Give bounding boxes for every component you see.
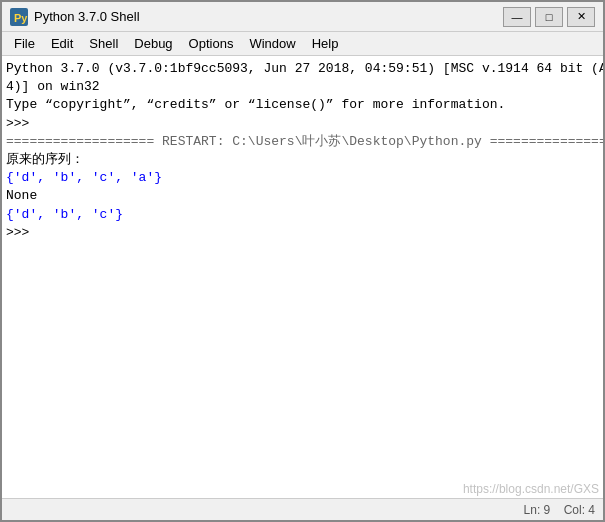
col-number: Col: 4 [564, 503, 595, 517]
menu-debug[interactable]: Debug [126, 34, 180, 53]
watermark: https://blog.csdn.net/GXS [463, 482, 599, 496]
line-none: None [6, 187, 599, 205]
close-button[interactable]: ✕ [567, 7, 595, 27]
menu-file[interactable]: File [6, 34, 43, 53]
window-title: Python 3.7.0 Shell [34, 9, 503, 24]
line-2: 4)] on win32 [6, 78, 599, 96]
window-controls: — □ ✕ [503, 7, 595, 27]
maximize-button[interactable]: □ [535, 7, 563, 27]
shell-output[interactable]: Python 3.7.0 (v3.7.0:1bf9cc5093, Jun 27 … [2, 56, 603, 498]
menu-bar: File Edit Shell Debug Options Window Hel… [2, 32, 603, 56]
status-bar: Ln: 9 Col: 4 [2, 498, 603, 520]
line-1: Python 3.7.0 (v3.7.0:1bf9cc5093, Jun 27 … [6, 60, 599, 78]
menu-help[interactable]: Help [304, 34, 347, 53]
menu-window[interactable]: Window [241, 34, 303, 53]
app-icon: Py [10, 8, 28, 26]
main-window: Py Python 3.7.0 Shell — □ ✕ File Edit Sh… [0, 0, 605, 522]
cursor-position: Ln: 9 Col: 4 [524, 503, 595, 517]
menu-shell[interactable]: Shell [81, 34, 126, 53]
line-set-2: {'d', 'b', 'c'} [6, 206, 599, 224]
line-restart: =================== RESTART: C:\Users\叶小… [6, 133, 599, 151]
line-prompt-2: >>> [6, 224, 599, 242]
line-number: Ln: 9 [524, 503, 551, 517]
menu-edit[interactable]: Edit [43, 34, 81, 53]
svg-text:Py: Py [14, 12, 28, 24]
minimize-button[interactable]: — [503, 7, 531, 27]
line-prompt-1: >>> [6, 115, 599, 133]
title-bar: Py Python 3.7.0 Shell — □ ✕ [2, 2, 603, 32]
menu-options[interactable]: Options [181, 34, 242, 53]
line-label: 原来的序列： [6, 151, 599, 169]
line-set-1: {'d', 'b', 'c', 'a'} [6, 169, 599, 187]
line-3: Type “copyright”, “credits” or “license(… [6, 96, 599, 114]
